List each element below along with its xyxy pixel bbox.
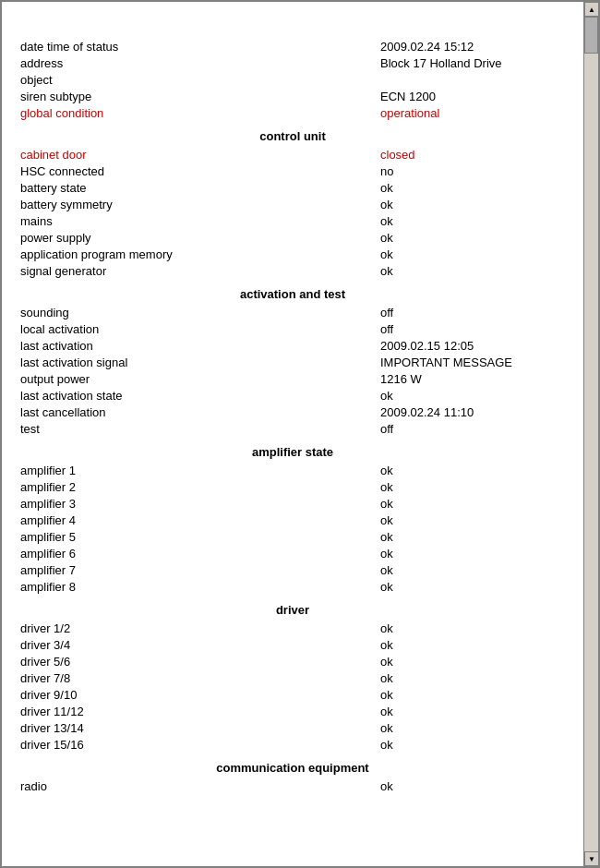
row-value: ok [380,655,565,669]
row-label: amplifier 5 [20,530,76,544]
section-header: communication equipment [20,761,565,775]
row-value: ok [380,621,565,635]
data-row: amplifier 3ok [20,496,565,512]
scrollbar-thumb[interactable] [584,17,598,54]
data-row: driver 9/10ok [20,687,565,704]
data-row: driver 11/12ok [20,704,565,720]
row-label: cabinet door [20,148,87,162]
row-value: off [380,322,565,336]
data-row: amplifier 8ok [20,579,565,596]
row-label: sounding [20,306,69,319]
data-row: amplifier 4ok [20,512,565,529]
row-label: radio [20,779,47,793]
data-row: cabinet doorclosed [20,147,565,163]
row-label: test [20,422,40,436]
row-value: ok [380,705,565,718]
row-value: ok [380,638,565,652]
row-label: amplifier 7 [20,563,76,577]
row-value: ok [380,513,565,527]
row-label: global condition [20,106,103,120]
data-row: HSC connectedno [20,163,565,180]
row-label: battery symmetry [20,198,113,211]
row-label: driver 7/8 [20,671,70,685]
row-label: amplifier 6 [20,547,76,561]
data-row: driver 3/4ok [20,637,565,654]
data-row: local activationoff [20,321,565,338]
data-row: last activation stateok [20,388,565,404]
row-value: ok [380,214,565,228]
row-value: 2009.02.24 15:12 [380,40,565,54]
scrollbar[interactable]: ▲ ▼ [583,2,598,866]
info-row: date time of status2009.02.24 15:12 [20,39,565,55]
data-row: driver 15/16ok [20,737,565,753]
data-row: driver 13/14ok [20,720,565,737]
row-value: Block 17 Holland Drive [380,56,565,70]
row-value: ok [380,547,565,561]
row-value: off [380,422,565,436]
info-row: addressBlock 17 Holland Drive [20,55,565,72]
row-value: ok [380,464,565,477]
data-row: driver 5/6ok [20,654,565,670]
row-value: ok [380,580,565,594]
data-row: amplifier 6ok [20,546,565,562]
row-label: last cancellation [20,405,106,419]
row-label: power supply [20,231,91,245]
row-value: ok [380,530,565,544]
row-value: ok [380,181,565,195]
row-label: address [20,56,63,70]
row-value: ok [380,389,565,403]
row-label: driver 9/10 [20,688,77,702]
row-value: ok [380,738,565,752]
row-value: IMPORTANT MESSAGE [380,356,565,369]
scroll-up-button[interactable]: ▲ [584,2,599,17]
row-label: last activation signal [20,356,127,369]
main-window: date time of status2009.02.24 15:12addre… [0,0,600,868]
row-label: amplifier 1 [20,464,76,477]
row-value: ok [380,563,565,577]
data-row: driver 7/8ok [20,670,565,687]
data-row: last activation2009.02.15 12:05 [20,338,565,355]
row-label: driver 11/12 [20,705,84,718]
data-row: amplifier 5ok [20,529,565,546]
row-label: amplifier 8 [20,580,76,594]
data-row: last cancellation2009.02.24 11:10 [20,404,565,421]
data-row: amplifier 1ok [20,463,565,479]
row-label: battery state [20,181,87,195]
data-row: last activation signalIMPORTANT MESSAGE [20,355,565,371]
data-row: testoff [20,421,565,438]
data-row: soundingoff [20,305,565,321]
row-value: ok [380,779,565,793]
data-row: power supplyok [20,230,565,247]
data-row: battery symmetryok [20,197,565,213]
row-value: ok [380,497,565,511]
row-label: signal generator [20,264,106,278]
row-label: siren subtype [20,90,91,103]
row-label: last activation state [20,389,123,403]
row-value: operational [380,106,565,120]
row-label: driver 13/14 [20,721,84,735]
data-row: output power1216 W [20,371,565,388]
row-label: amplifier 2 [20,480,76,494]
data-row: mainsok [20,213,565,230]
info-row: object [20,72,565,89]
row-value: 1216 W [380,372,565,386]
row-value: ECN 1200 [380,90,565,103]
row-label: amplifier 3 [20,497,76,511]
row-value: ok [380,721,565,735]
row-value: ok [380,231,565,245]
info-row: siren subtypeECN 1200 [20,89,565,105]
scrollbar-track[interactable] [584,17,598,851]
row-value: no [380,164,565,178]
data-row: amplifier 7ok [20,562,565,579]
scroll-down-button[interactable]: ▼ [584,851,599,866]
row-value: ok [380,198,565,211]
row-label: HSC connected [20,164,104,178]
row-value: ok [380,247,565,261]
row-value: 2009.02.15 12:05 [380,339,565,353]
row-label: mains [20,214,53,228]
info-rows: date time of status2009.02.24 15:12addre… [20,39,565,122]
row-value: off [380,306,565,319]
row-value: 2009.02.24 11:10 [380,405,565,419]
section-header: control unit [20,129,565,143]
data-row: application program memoryok [20,247,565,263]
